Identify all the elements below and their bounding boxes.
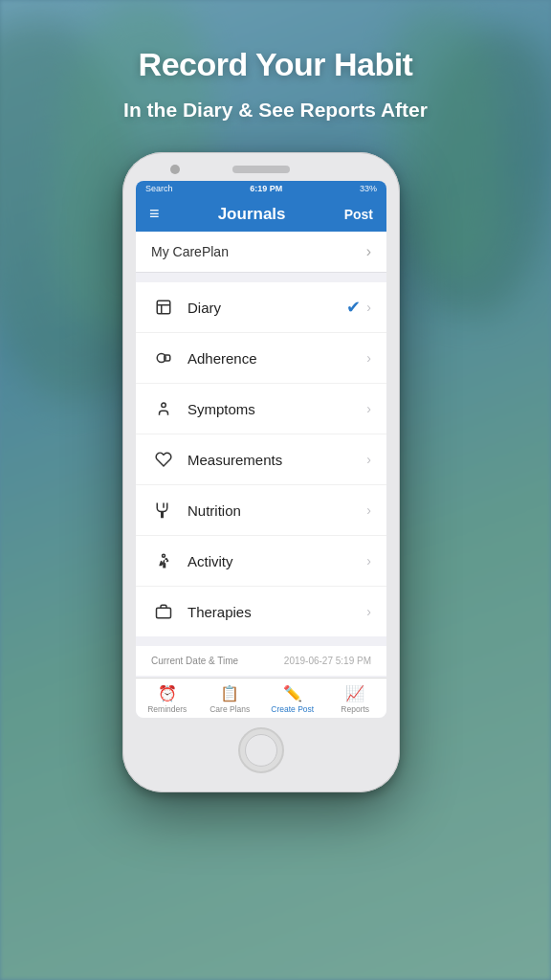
menu-list: Diary ✔ › Adherence › xyxy=(136,282,386,636)
tab-reports[interactable]: 📈 Reports xyxy=(331,684,379,714)
status-time: 6:19 PM xyxy=(250,184,282,193)
home-button[interactable] xyxy=(238,727,284,773)
menu-item-therapies[interactable]: Therapies › xyxy=(136,587,386,636)
symptoms-label: Symptoms xyxy=(187,401,366,417)
therapies-chevron-icon: › xyxy=(366,604,371,619)
reminders-icon: ⏰ xyxy=(158,684,177,702)
symptoms-icon xyxy=(151,396,176,421)
footer-row: Current Date & Time 2019-06-27 5:19 PM xyxy=(136,646,386,676)
care-plan-selector[interactable]: My CarePlan › xyxy=(136,232,386,273)
tab-reports-label: Reports xyxy=(341,704,369,714)
nav-bar: ≡ Journals Post xyxy=(136,196,386,232)
svg-point-7 xyxy=(163,554,165,557)
status-left: Search xyxy=(145,184,173,193)
nutrition-label: Nutrition xyxy=(187,502,366,519)
measurements-chevron-icon: › xyxy=(366,452,371,467)
footer-label: Current Date & Time xyxy=(151,656,238,666)
phone-speaker xyxy=(232,166,290,173)
adherence-chevron-icon: › xyxy=(366,350,371,366)
sub-heading: In the Diary & See Reports After xyxy=(123,99,428,122)
phone-camera xyxy=(170,165,180,174)
menu-item-nutrition[interactable]: Nutrition › xyxy=(136,485,386,536)
tab-care-plans[interactable]: 📋 Care Plans xyxy=(206,684,253,714)
svg-rect-0 xyxy=(157,301,170,314)
menu-item-diary[interactable]: Diary ✔ › xyxy=(136,282,386,333)
adherence-label: Adherence xyxy=(187,350,366,367)
menu-item-activity[interactable]: Activity › xyxy=(136,536,386,587)
separator xyxy=(136,273,386,282)
page: Record Your Habit In the Diary & See Rep… xyxy=(0,0,551,980)
activity-icon xyxy=(151,548,176,573)
diary-chevron-icon: › xyxy=(366,300,371,315)
create-post-icon: ✏️ xyxy=(283,684,302,702)
phone-mockup: Search 6:19 PM 33% ≡ Journals Post My Ca… xyxy=(122,152,429,792)
nutrition-icon xyxy=(151,498,176,523)
status-search: Search xyxy=(145,184,173,193)
tab-create-post-label: Create Post xyxy=(271,704,314,714)
nav-title: Journals xyxy=(160,205,344,224)
tab-care-plans-label: Care Plans xyxy=(209,704,250,714)
therapies-label: Therapies xyxy=(187,604,366,620)
tab-bar: ⏰ Reminders 📋 Care Plans ✏️ Create Post … xyxy=(136,678,386,718)
main-heading: Record Your Habit xyxy=(139,46,413,83)
measurements-icon xyxy=(151,447,176,472)
menu-icon[interactable]: ≡ xyxy=(149,204,160,224)
phone-shell: Search 6:19 PM 33% ≡ Journals Post My Ca… xyxy=(122,152,400,792)
diary-icon xyxy=(151,295,176,320)
symptoms-chevron-icon: › xyxy=(366,401,371,416)
reports-icon: 📈 xyxy=(345,684,364,702)
care-plan-label: My CarePlan xyxy=(151,244,229,259)
svg-rect-8 xyxy=(157,608,171,618)
tab-reminders[interactable]: ⏰ Reminders xyxy=(143,684,191,714)
diary-check-icon: ✔ xyxy=(346,297,361,318)
activity-chevron-icon: › xyxy=(366,553,371,568)
status-battery: 33% xyxy=(360,184,377,193)
menu-item-adherence[interactable]: Adherence › xyxy=(136,333,386,384)
home-button-inner xyxy=(245,734,277,767)
tab-create-post[interactable]: ✏️ Create Post xyxy=(269,684,317,714)
menu-item-measurements[interactable]: Measurements › xyxy=(136,434,386,485)
nutrition-chevron-icon: › xyxy=(366,502,371,518)
measurements-label: Measurements xyxy=(187,452,366,468)
care-plans-icon: 📋 xyxy=(220,684,239,702)
therapies-icon xyxy=(151,599,176,624)
adherence-icon xyxy=(151,345,176,370)
activity-label: Activity xyxy=(187,553,366,569)
status-right: 33% xyxy=(360,184,377,193)
care-plan-chevron-icon: › xyxy=(366,243,371,260)
phone-top xyxy=(136,166,386,173)
menu-item-symptoms[interactable]: Symptoms › xyxy=(136,384,386,434)
phone-screen: Search 6:19 PM 33% ≡ Journals Post My Ca… xyxy=(136,181,386,718)
footer-date: 2019-06-27 5:19 PM xyxy=(284,656,371,666)
post-button[interactable]: Post xyxy=(344,207,373,222)
svg-point-5 xyxy=(162,403,166,408)
diary-label: Diary xyxy=(187,300,346,316)
status-bar: Search 6:19 PM 33% xyxy=(136,181,386,196)
tab-reminders-label: Reminders xyxy=(147,704,187,714)
